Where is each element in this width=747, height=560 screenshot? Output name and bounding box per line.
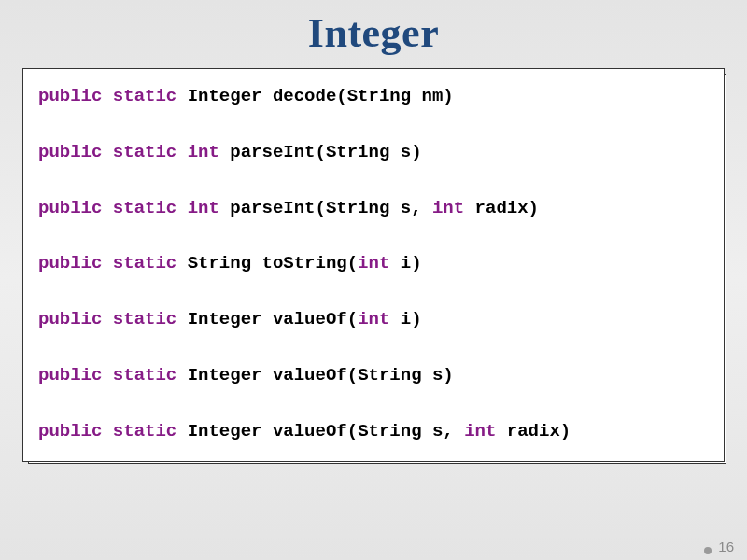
return-type: Integer: [188, 365, 262, 385]
param-name: s: [401, 142, 411, 162]
code-line: public static Integer valueOf(String s, …: [38, 421, 709, 443]
code-line: public static int parseInt(String s): [38, 142, 709, 164]
method-name: valueOf: [273, 421, 347, 441]
method-name: parseInt: [230, 142, 315, 162]
code-line: public static Integer decode(String nm): [38, 86, 709, 108]
footer-bullet-icon: [704, 547, 712, 554]
code-line: public static Integer valueOf(int i): [38, 309, 709, 331]
code-panel-body: public static Integer decode(String nm)p…: [22, 68, 725, 462]
keyword-static: static: [113, 421, 176, 441]
keyword-public: public: [38, 365, 102, 385]
param-name: radix: [507, 421, 560, 441]
keyword-static: static: [113, 86, 176, 106]
keyword-static: static: [113, 142, 176, 162]
slide: Integer public static Integer decode(Str…: [0, 0, 747, 560]
keyword-public: public: [38, 86, 102, 106]
return-type: Integer: [188, 421, 262, 441]
param-type: String: [326, 198, 389, 218]
code-line: public static String toString(int i): [38, 253, 709, 275]
code-panel: public static Integer decode(String nm)p…: [22, 68, 725, 462]
param-name: i: [401, 309, 411, 329]
keyword-static: static: [113, 253, 176, 273]
param-name: s: [432, 365, 443, 385]
keyword-static: static: [113, 198, 176, 218]
method-name: parseInt: [230, 198, 315, 218]
keyword-static: static: [113, 309, 176, 329]
page-number: 16: [718, 539, 734, 554]
slide-title: Integer: [17, 9, 730, 57]
param-type: int: [358, 309, 389, 329]
param-name: i: [401, 253, 411, 273]
param-name: nm: [422, 86, 444, 106]
keyword-public: public: [38, 198, 102, 218]
param-name: radix: [475, 198, 529, 218]
return-type: Integer: [188, 86, 262, 106]
method-name: valueOf: [273, 309, 347, 329]
param-type: int: [432, 198, 464, 218]
param-type: int: [358, 253, 389, 273]
param-type: String: [326, 142, 389, 162]
method-name: toString: [261, 253, 346, 273]
code-line: public static int parseInt(String s, int…: [38, 198, 709, 220]
method-name: valueOf: [273, 365, 347, 385]
param-name: s: [432, 421, 443, 441]
param-name: s: [401, 198, 411, 218]
param-type: int: [464, 421, 496, 441]
return-type: int: [188, 198, 219, 218]
keyword-public: public: [38, 421, 102, 441]
param-type: String: [347, 86, 411, 106]
code-line: public static Integer valueOf(String s): [38, 365, 709, 387]
method-name: decode: [273, 86, 336, 106]
keyword-static: static: [113, 365, 176, 385]
param-type: String: [358, 365, 421, 385]
keyword-public: public: [38, 253, 102, 273]
keyword-public: public: [38, 142, 102, 162]
keyword-public: public: [38, 309, 102, 329]
return-type: int: [188, 142, 219, 162]
param-type: String: [358, 421, 421, 441]
return-type: Integer: [188, 309, 262, 329]
return-type: String: [188, 253, 251, 273]
